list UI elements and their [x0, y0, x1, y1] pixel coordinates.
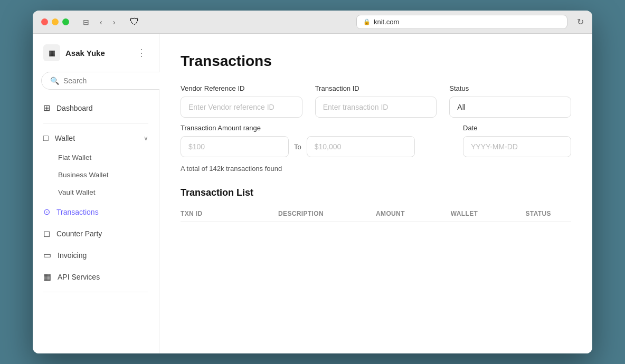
sidebar-header: ▦ Asak Yuke ⋮	[33, 44, 159, 72]
content-card: Transactions Vendor Reference ID Transac…	[159, 34, 592, 353]
url-text: knit.com	[374, 18, 399, 26]
date-input[interactable]	[463, 136, 571, 157]
maximize-button[interactable]	[62, 18, 69, 25]
table-header-description: Description	[278, 210, 370, 217]
browser-window: ⊟ ‹ › 🛡 🔒 knit.com ↻ ▦ Asak Yuke ⋮ 🔍	[33, 11, 592, 353]
vendor-ref-group: Vendor Reference ID	[181, 84, 302, 118]
amount-range-inputs: To	[181, 136, 415, 157]
results-summary: A total of 142k transactions found	[181, 165, 571, 173]
nav-divider-1	[43, 123, 148, 123]
close-button[interactable]	[41, 18, 48, 25]
minimize-button[interactable]	[52, 18, 59, 25]
sidebar-item-label: API Services	[58, 273, 100, 281]
status-group: Status All Pending Completed Failed	[449, 84, 571, 118]
sidebar-menu-button[interactable]: ⋮	[135, 45, 148, 61]
amount-from-input[interactable]	[181, 136, 289, 157]
transaction-id-label: Transaction ID	[315, 84, 437, 92]
sidebar-subitem-label: Vault Wallet	[58, 188, 96, 196]
sidebar-subitem-label: Business Wallet	[58, 171, 109, 179]
refresh-button[interactable]: ↻	[577, 17, 584, 27]
brand-name: Asak Yuke	[65, 49, 105, 58]
nav-divider-2	[43, 292, 148, 292]
table-header-wallet: Wallet	[451, 210, 519, 217]
status-select[interactable]: All Pending Completed Failed	[449, 97, 571, 118]
sidebar-subitem-label: Fiat Wallet	[58, 154, 91, 161]
sidebar-item-label: Invoicing	[58, 251, 87, 260]
transactions-icon: ⊙	[43, 207, 50, 217]
back-button[interactable]: ‹	[97, 16, 106, 28]
forward-button[interactable]: ›	[110, 16, 119, 28]
sidebar: ▦ Asak Yuke ⋮ 🔍 ⊞ Dashboard □ Wall	[33, 34, 159, 353]
date-label: Date	[463, 124, 571, 132]
sidebar-item-fiat-wallet[interactable]: Fiat Wallet	[33, 149, 159, 166]
browser-titlebar: ⊟ ‹ › 🛡 🔒 knit.com ↻	[33, 11, 592, 34]
sidebar-item-label: Dashboard	[56, 104, 93, 112]
page-title: Transactions	[181, 53, 571, 70]
range-to-label: To	[294, 143, 301, 151]
sidebar-item-transactions[interactable]: ⊙ Transactions	[33, 201, 159, 223]
amount-to-input[interactable]	[307, 136, 415, 157]
transaction-id-group: Transaction ID	[315, 84, 437, 118]
sidebar-item-vault-wallet[interactable]: Vault Wallet	[33, 184, 159, 201]
sidebar-item-label: Transactions	[56, 208, 99, 216]
sidebar-item-api-services[interactable]: ▦ API Services	[33, 266, 159, 288]
main-content: Transactions Vendor Reference ID Transac…	[159, 34, 592, 353]
dashboard-icon: ⊞	[43, 103, 50, 113]
sidebar-brand: ▦ Asak Yuke	[43, 44, 105, 61]
shield-icon: 🛡	[130, 16, 139, 27]
address-bar[interactable]: 🔒 knit.com	[356, 15, 567, 29]
date-group: Date	[463, 124, 571, 157]
brand-icon: ▦	[43, 44, 60, 61]
search-icon: 🔍	[50, 76, 59, 85]
filter-grid: Vendor Reference ID Transaction ID Statu…	[181, 84, 571, 118]
app-body: ▦ Asak Yuke ⋮ 🔍 ⊞ Dashboard □ Wall	[33, 34, 592, 353]
api-services-icon: ▦	[43, 272, 51, 282]
wallet-icon: □	[43, 133, 49, 143]
sidebar-item-wallet[interactable]: □ Wallet ∨	[33, 128, 159, 149]
vendor-ref-label: Vendor Reference ID	[181, 84, 302, 92]
sidebar-toggle-button[interactable]: ⊟	[80, 16, 92, 28]
sidebar-item-counter-party[interactable]: ◻ Counter Party	[33, 223, 159, 244]
amount-range-group: Transaction Amount range To	[181, 124, 415, 157]
counter-party-icon: ◻	[43, 228, 50, 238]
chevron-down-icon: ∨	[144, 135, 148, 142]
transaction-id-input[interactable]	[315, 97, 437, 118]
sidebar-item-label: Counter Party	[56, 229, 102, 238]
table-header: Txn ID Description Amount Wallet Status	[181, 205, 571, 222]
invoicing-icon: ▭	[43, 250, 51, 260]
sidebar-item-business-wallet[interactable]: Business Wallet	[33, 166, 159, 184]
transaction-list-title: Transaction List	[181, 187, 571, 198]
amount-range-label: Transaction Amount range	[181, 124, 415, 132]
sidebar-item-invoicing[interactable]: ▭ Invoicing	[33, 244, 159, 266]
sidebar-item-label: Wallet	[55, 134, 75, 142]
browser-controls: ⊟ ‹ ›	[80, 16, 118, 28]
status-label: Status	[449, 84, 571, 92]
table-header-amount: Amount	[376, 210, 444, 217]
table-header-txn-id: Txn ID	[181, 210, 272, 217]
sidebar-item-dashboard[interactable]: ⊞ Dashboard	[33, 97, 159, 119]
traffic-lights	[41, 18, 69, 25]
table-header-status: Status	[526, 210, 572, 217]
lock-icon: 🔒	[363, 18, 371, 25]
vendor-ref-input[interactable]	[181, 97, 302, 118]
amount-range-grid: Transaction Amount range To Date	[181, 124, 571, 157]
